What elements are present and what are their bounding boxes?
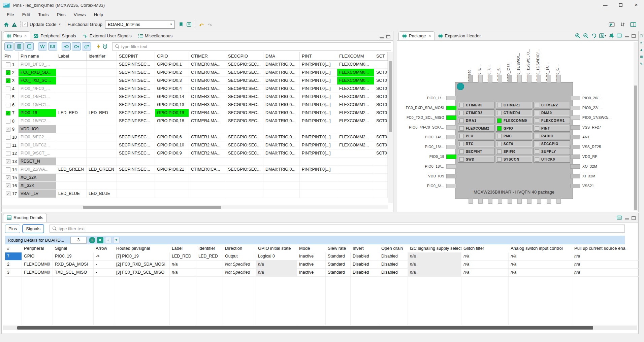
column-header-label[interactable]: Label	[170, 244, 196, 252]
peripheral-box-pint[interactable]: PINT	[534, 125, 570, 132]
pin-checkbox[interactable]: ✓	[6, 78, 10, 83]
flexcomm-cell[interactable]: FLEXCOMM0...	[337, 85, 374, 93]
lightning-icon[interactable]	[95, 42, 101, 50]
column-header-pin[interactable]: Pin	[2, 52, 19, 60]
secpint-cell[interactable]: SECPINT:SEC...	[117, 149, 155, 158]
flexcomm-cell[interactable]: FLEXCOMM1...	[337, 93, 374, 101]
ctimer-cell[interactable]	[189, 190, 226, 198]
pin-label-cell[interactable]	[56, 85, 87, 93]
dma-cell[interactable]: DMA0:TRIG,0...	[263, 141, 300, 149]
secpint-cell[interactable]: SECPINT:SEC...	[117, 85, 155, 93]
peripheral-box-flexcomm0[interactable]: FLEXCOMM0	[496, 117, 532, 124]
pin-checkbox[interactable]	[6, 62, 10, 67]
sct-cell[interactable]	[374, 174, 388, 182]
peripheral-box-ctimer1[interactable]: CTIMER1	[496, 102, 532, 108]
update-code-button[interactable]: Update Code	[30, 22, 57, 27]
column-header-invert[interactable]: Invert	[351, 244, 379, 252]
peripheral-box-secgpio[interactable]: SECGPIO	[534, 140, 570, 147]
column-header--[interactable]: #	[5, 244, 22, 252]
pin-checkbox[interactable]	[6, 167, 10, 172]
package-pin-pad[interactable]	[446, 145, 456, 149]
pin-name-cell[interactable]: XI_32K	[19, 182, 56, 190]
package-pin-pad[interactable]	[478, 75, 483, 83]
secpint-cell[interactable]: SECPINT:SEC...	[117, 69, 155, 77]
routing-row-number[interactable]: 7	[5, 252, 22, 261]
package-pin-pad[interactable]	[556, 75, 561, 83]
secgpio-cell[interactable]	[226, 190, 263, 198]
pin-name-cell[interactable]: PIO0_9/SCT_...	[19, 149, 56, 158]
gpio-cell[interactable]	[155, 174, 189, 182]
routing-cell[interactable]: LED_RED	[170, 252, 196, 261]
route-bidir-toggle[interactable]	[82, 42, 91, 50]
gpio-cell[interactable]	[155, 190, 189, 198]
routing-cell[interactable]: n/a	[509, 252, 572, 261]
pin-name-cell[interactable]: FC0_RXD_SD...	[19, 69, 56, 77]
pulse-view-toggle[interactable]	[48, 42, 57, 50]
pin-label-cell[interactable]	[56, 117, 87, 125]
dma-cell[interactable]: DMA0:TRIG,0...	[263, 101, 300, 109]
pin-name-cell[interactable]: PIO0_6/FC2_...	[19, 133, 56, 141]
sct-cell[interactable]: SCT0	[374, 117, 388, 125]
routing-table-row[interactable]: 2FLEXCOMM0RXD_SDA_MOSI-[2] FC0_RXD_SDA_M…	[5, 261, 634, 269]
pin-label-cell[interactable]	[56, 174, 87, 182]
secpint-cell[interactable]: SECPINT:SEC...	[117, 141, 155, 149]
column-header-signal[interactable]: Signal	[53, 244, 94, 252]
dma-cell[interactable]: DMA0:TRIG,0...	[263, 117, 300, 125]
column-header-i2c-signaling-supply-selection[interactable]: I2C signaling supply selection	[408, 244, 461, 252]
close-window-button[interactable]: ×	[629, 0, 644, 10]
pin-label-cell[interactable]	[56, 93, 87, 101]
routing-cell[interactable]: n/a	[509, 269, 572, 277]
package-pin-pad[interactable]	[570, 155, 580, 159]
alarm-clock-icon[interactable]	[101, 42, 109, 50]
menu-item-edit[interactable]: Edit	[18, 11, 34, 19]
package-pin-pad[interactable]	[508, 75, 512, 83]
flexcomm-cell[interactable]: FLEXCOMM2...	[337, 117, 374, 125]
pin-checkbox[interactable]: ✓	[6, 175, 10, 180]
routing-cell[interactable]: FLEXCOMM0	[22, 261, 53, 269]
column-header-gpio-initial-state[interactable]: GPIO initial state	[256, 244, 297, 252]
pin-identifier-cell[interactable]: LED_BLUE	[87, 190, 117, 198]
gpio-cell[interactable]: GPIO:PIO0,10	[155, 141, 189, 149]
flag-bookmark-icon[interactable]	[177, 21, 185, 29]
comment-icon[interactable]	[617, 215, 622, 220]
dma-cell[interactable]: DMA0:TRIG,0...	[263, 93, 300, 101]
pin-label-cell[interactable]	[56, 158, 87, 166]
pin-checkbox[interactable]: ✓	[6, 111, 10, 115]
update-code-dropdown-icon[interactable]: ▼	[59, 23, 61, 26]
flexcomm-cell[interactable]: FLEXCOMM2...	[337, 141, 374, 149]
dma-cell[interactable]: DMA0:TRIG,0...	[263, 166, 300, 174]
delete-routing-button[interactable]: ×	[97, 237, 103, 243]
functional-group-select[interactable]: BOARD_InitPins ▼	[105, 21, 175, 29]
pint-cell[interactable]: PINT:PINT,0[...]	[300, 93, 337, 101]
package-view-toggle[interactable]	[4, 42, 13, 50]
sort-columns-icon[interactable]	[618, 21, 626, 29]
routing-cell[interactable]: [3] FC0_TXD_SCL_MISO	[114, 269, 170, 277]
tab-miscellaneous[interactable]: Miscellaneous	[135, 31, 176, 40]
pint-cell[interactable]: PINT:PINT,0[...]	[300, 109, 337, 117]
column-header-pin-name[interactable]: Pin name	[19, 52, 56, 60]
registers-view-icon[interactable]: ▦	[640, 55, 643, 59]
routing-cell[interactable]: n/a	[509, 261, 572, 269]
dma-cell[interactable]: DMA0:TRIG,0...	[263, 61, 300, 69]
column-header-secgpio[interactable]: SECGPIO	[226, 52, 263, 60]
gpio-cell[interactable]: GPIO:PIO0,9	[155, 149, 189, 158]
peripheral-box-pmc[interactable]: PMC	[496, 133, 532, 139]
pin-name-cell[interactable]: PIO0_1/FC0_...	[19, 61, 56, 69]
pint-cell[interactable]: PINT:PINT,0[...]	[300, 133, 337, 141]
tab-routing-details[interactable]: Routing Details	[3, 213, 47, 222]
routing-cell[interactable]: PIO0, 19	[53, 252, 94, 261]
undo-icon[interactable]	[197, 21, 205, 29]
routing-cell[interactable]: n/a	[461, 252, 509, 261]
column-header-mode[interactable]: Mode	[297, 244, 326, 252]
gpio-cell[interactable]	[155, 182, 189, 190]
column-header-dma[interactable]: DMA	[263, 52, 300, 60]
secgpio-cell[interactable]: SECGPIO:SEC...	[226, 85, 263, 93]
package-pin-pad[interactable]	[570, 96, 580, 100]
flexcomm-cell[interactable]: FLEXCOMM1...	[337, 101, 374, 109]
routing-cell[interactable]: Disabled	[379, 269, 408, 277]
package-pin-pad[interactable]	[446, 96, 456, 100]
peripheral-box-gpio[interactable]: GPIO	[496, 125, 532, 132]
pin-identifier-cell[interactable]: LED_GREEN	[87, 166, 117, 174]
pin-checkbox[interactable]	[6, 103, 10, 107]
table-row[interactable]: ✓17VBAT_LVLED_BLUELED_BLUE	[2, 190, 388, 198]
